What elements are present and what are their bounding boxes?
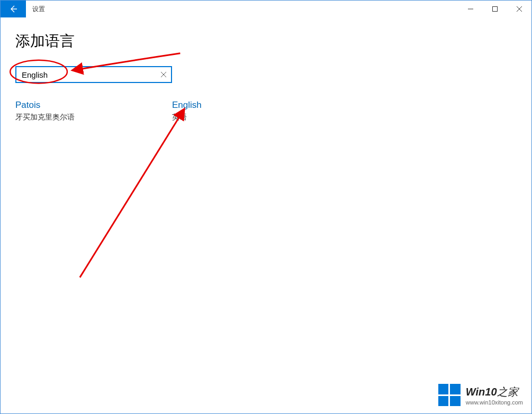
svg-rect-1 — [493, 7, 498, 12]
result-name: Patois — [15, 99, 172, 112]
minimize-icon — [468, 6, 473, 12]
close-button[interactable] — [507, 1, 531, 17]
search-wrap — [15, 66, 172, 83]
windows-logo-icon — [438, 384, 461, 406]
results-list: Patois 牙买加克里奥尔语 English 英语 — [15, 98, 517, 124]
watermark-text: Win10之家 www.win10xitong.com — [466, 385, 523, 406]
result-desc: 牙买加克里奥尔语 — [15, 112, 172, 123]
minimize-button[interactable] — [458, 1, 483, 17]
close-icon — [517, 6, 522, 12]
x-icon — [160, 71, 167, 78]
titlebar: 设置 — [1, 1, 531, 17]
search-input[interactable] — [15, 66, 172, 83]
result-name: English — [172, 99, 329, 112]
watermark-url: www.win10xitong.com — [466, 399, 523, 406]
maximize-icon — [492, 6, 498, 12]
result-desc: 英语 — [172, 112, 329, 123]
clear-search-button[interactable] — [158, 69, 169, 80]
language-result-english[interactable]: English 英语 — [172, 98, 329, 124]
window-title: 设置 — [32, 5, 45, 14]
arrow-left-icon — [9, 5, 17, 13]
watermark: Win10之家 www.win10xitong.com — [438, 384, 523, 406]
window-controls — [458, 1, 531, 17]
page-title: 添加语言 — [15, 31, 517, 51]
back-button[interactable] — [1, 1, 26, 17]
maximize-button[interactable] — [483, 1, 507, 17]
content-area: 添加语言 Patois 牙买加克里奥尔语 English 英语 — [1, 17, 531, 134]
watermark-brand-main: Win10 — [466, 386, 497, 398]
watermark-brand-sub: 之家 — [497, 386, 518, 398]
language-result-patois[interactable]: Patois 牙买加克里奥尔语 — [15, 98, 172, 124]
